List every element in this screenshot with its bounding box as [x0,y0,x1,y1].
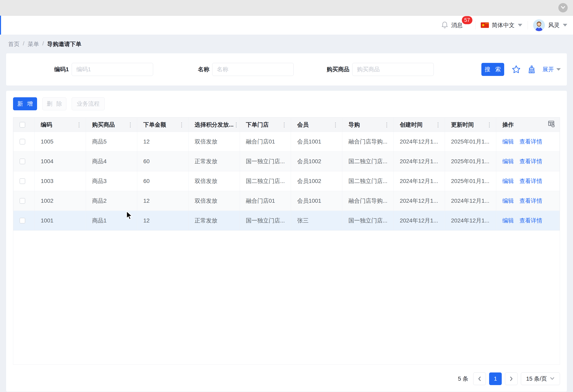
cell-member: 张三 [291,211,342,231]
table-row[interactable]: 1002 商品2 12 双倍发放 融合门店01 会员1001 融合门店导购...… [14,191,560,211]
column-menu-icon[interactable]: ⋮ [435,122,441,128]
breadcrumb-home[interactable]: 首页 [8,40,19,48]
row-checkbox[interactable] [19,159,25,164]
row-checkbox[interactable] [19,218,25,223]
cell-store: 融合门店01 [240,132,291,152]
expand-label: 展开 [542,66,554,73]
header-divider [528,21,528,30]
cell-guide: 国二独立门店... [342,152,394,171]
cell-updated: 2025年01月1... [445,152,496,171]
table-row[interactable]: 1003 商品3 60 双倍发放 国二独立门店... 会员1002 国二独立门店… [14,171,560,191]
table-toolbar: 新 增 删 除 业务流程 [13,97,560,110]
view-detail-link[interactable]: 查看详情 [519,217,542,224]
clear-broom-icon[interactable] [527,65,536,74]
edit-link[interactable]: 编辑 [502,198,514,204]
column-menu-icon[interactable]: ⋮ [333,122,338,128]
cell-store: 国一独立门店... [240,152,291,171]
breadcrumb-menu[interactable]: 菜单 [28,40,39,48]
column-header-guide: 导购 [348,121,360,129]
cell-member: 会员1001 [291,191,342,211]
column-menu-icon[interactable]: ⋮ [233,122,239,128]
row-checkbox[interactable] [19,198,25,204]
name-input[interactable] [212,63,294,76]
breadcrumb-separator: / [23,40,24,48]
cell-code: 1003 [35,171,86,191]
view-detail-link[interactable]: 查看详情 [519,158,542,164]
chevron-down-icon [550,376,555,382]
cell-product: 商品4 [86,152,137,171]
cell-member: 会员1002 [291,152,342,171]
column-menu-icon[interactable]: ⋮ [281,122,287,128]
cell-guide: 国一独立门店... [342,211,394,231]
cell-points: 双倍发放 [188,132,240,152]
pagination: 5 条 1 15 条/页 [13,373,560,385]
cell-code: 1004 [35,152,86,171]
cell-amount: 12 [137,211,188,231]
product-field-label: 购买商品 [315,66,349,73]
edit-link[interactable]: 编辑 [502,158,514,164]
cell-member: 会员1001 [291,132,342,152]
search-button[interactable]: 搜 索 [481,63,504,76]
table-row[interactable]: 1005 商品5 12 双倍发放 融合门店01 会员1001 融合门店导购...… [14,132,560,152]
column-header-actions: 操作 [502,121,514,129]
messages-count-badge: 57 [462,16,472,24]
breadcrumb-separator: / [42,40,44,48]
name-field-label: 名称 [185,66,209,73]
cell-code: 1001 [35,211,86,231]
column-menu-icon[interactable]: ⋮ [76,122,82,128]
prev-page-button[interactable] [473,373,486,385]
language-selector[interactable]: ★★★ 简体中文 [481,21,522,29]
cell-member: 会员1002 [291,171,342,191]
next-page-button[interactable] [505,373,518,385]
cell-created: 2024年12月1... [394,211,445,231]
expand-toggle[interactable]: 展开 [542,66,561,73]
table-row[interactable]: 1004 商品4 60 正常发放 国一独立门店... 会员1002 国二独立门店… [14,152,560,171]
column-menu-icon[interactable]: ⋮ [128,122,133,128]
cell-guide: 融合门店导购... [342,132,394,152]
user-avatar [533,19,545,31]
table-row-hovered[interactable]: 1001 商品1 12 正常发放 国一独立门店... 张三 国一独立门店... … [14,211,560,231]
notification-bell-icon[interactable] [441,21,448,29]
view-detail-link[interactable]: 查看详情 [519,138,542,145]
page-number-active[interactable]: 1 [489,373,502,385]
column-settings-icon[interactable] [547,120,555,129]
table-header-row: 编码⋮ 购买商品⋮ 下单金额⋮ 选择积分发放...⋮ 下单门店⋮ 会员⋮ 导购⋮… [14,118,560,132]
page-size-value: 15 条/页 [526,375,547,383]
view-detail-link[interactable]: 查看详情 [519,198,542,204]
column-header-points: 选择积分发放... [195,121,233,129]
add-button[interactable]: 新 增 [13,97,37,110]
view-detail-link[interactable]: 查看详情 [519,178,542,184]
column-menu-icon[interactable]: ⋮ [487,122,492,128]
edit-link[interactable]: 编辑 [502,138,514,145]
code-input[interactable] [72,63,153,76]
china-flag-icon: ★★★ [481,22,489,28]
column-menu-icon[interactable]: ⋮ [384,122,389,128]
select-all-checkbox[interactable] [19,122,25,128]
row-checkbox[interactable] [19,178,25,184]
edit-link[interactable]: 编辑 [502,178,514,184]
column-header-code: 编码 [41,121,52,129]
chevron-down-icon [563,24,567,26]
code-field-label: 编码1 [45,66,69,73]
cell-amount: 60 [137,152,188,171]
workflow-button[interactable]: 业务流程 [72,97,105,110]
cell-guide: 融合门店导购... [342,191,394,211]
messages-label: 消息 [451,21,463,29]
cell-created: 2024年12月1... [394,171,445,191]
favorite-star-icon[interactable] [512,65,521,74]
row-checkbox[interactable] [19,139,25,145]
product-input[interactable] [352,63,434,76]
cell-code: 1002 [35,191,86,211]
edit-link[interactable]: 编辑 [502,217,514,224]
user-menu[interactable]: 风灵 [533,19,567,31]
collapse-toolbar-button[interactable] [558,3,568,12]
search-panel: 编码1 名称 购买商品 搜 索 展开 [6,53,567,85]
page-size-select[interactable]: 15 条/页 [521,373,560,385]
column-menu-icon[interactable]: ⋮ [179,122,184,128]
cell-store: 国二独立门店... [240,171,291,191]
delete-button[interactable]: 删 除 [42,97,66,110]
cell-points: 正常发放 [188,211,240,231]
cell-code: 1005 [35,132,86,152]
app-header: 消息 57 ★★★ 简体中文 风灵 [0,16,573,34]
messages-menu[interactable]: 消息 57 [451,21,463,29]
